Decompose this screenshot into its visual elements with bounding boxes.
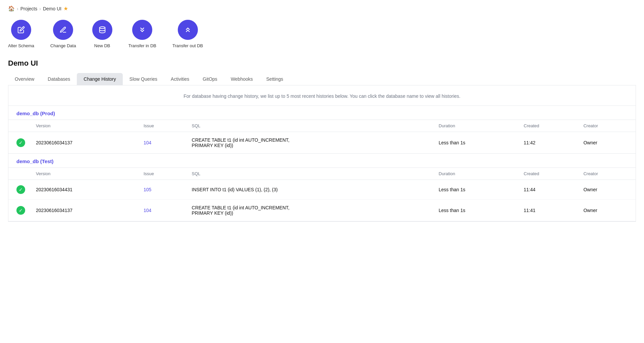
table-col-test-3: SQL <box>186 168 433 180</box>
tab-settings[interactable]: Settings <box>260 73 290 85</box>
version-cell-test-0: 20230616034431 <box>31 180 138 200</box>
issue-link-105[interactable]: 105 <box>144 187 151 192</box>
table-col-test-6: Creator <box>578 168 636 180</box>
table-row: ✓20230616034431105INSERT INTO t1 (id) VA… <box>8 180 636 200</box>
alter-schema-button[interactable]: Alter Schema <box>8 20 34 48</box>
transfer-in-button[interactable]: Transfer in DB <box>128 20 156 48</box>
svg-point-0 <box>99 27 105 29</box>
transfer-out-icon <box>178 20 198 40</box>
success-icon: ✓ <box>16 185 25 194</box>
issue-link-104[interactable]: 104 <box>144 208 151 213</box>
transfer-in-label: Transfer in DB <box>128 43 156 48</box>
table-col-test-5: Created <box>518 168 578 180</box>
success-icon: ✓ <box>16 206 25 215</box>
info-text: For database having change history, we l… <box>8 85 636 106</box>
duration-cell-test-1: Less than 1s <box>433 200 519 221</box>
sql-cell-test-0: INSERT INTO t1 (id) VALUES (1), (2), (3) <box>186 180 433 200</box>
table-col-test-0 <box>8 168 31 180</box>
success-icon: ✓ <box>16 138 25 147</box>
sql-cell-prod-0: CREATE TABLE t1 (id int AUTO_INCREMENT, … <box>186 132 433 154</box>
history-table-prod: VersionIssueSQLDurationCreatedCreator✓20… <box>8 120 636 153</box>
status-cell-prod-0: ✓ <box>8 132 31 154</box>
created-cell-test-0: 11:44 <box>518 180 578 200</box>
table-row: ✓20230616034137104CREATE TABLE t1 (id in… <box>8 132 636 154</box>
created-cell-test-1: 11:41 <box>518 200 578 221</box>
db-sections: demo_db (Prod)VersionIssueSQLDurationCre… <box>8 106 636 221</box>
tabs-bar: OverviewDatabasesChange HistorySlow Quer… <box>8 73 636 85</box>
table-col-prod-3: SQL <box>186 120 433 132</box>
db-name-link-test[interactable]: demo_db (Test) <box>16 158 54 164</box>
duration-cell-prod-0: Less than 1s <box>433 132 519 154</box>
transfer-out-label: Transfer out DB <box>172 43 203 48</box>
issue-link-104[interactable]: 104 <box>144 140 151 145</box>
issue-cell-test-0: 105 <box>138 180 186 200</box>
tab-activities[interactable]: Activities <box>164 73 196 85</box>
version-cell-test-1: 20230616034137 <box>31 200 138 221</box>
table-col-test-4: Duration <box>433 168 519 180</box>
new-db-label: New DB <box>94 43 110 48</box>
breadcrumb: 🏠 › Projects › Demo UI ★ <box>8 5 636 12</box>
db-header-prod: demo_db (Prod) <box>8 106 636 120</box>
table-col-test-1: Version <box>31 168 138 180</box>
issue-cell-test-1: 104 <box>138 200 186 221</box>
tab-webhooks[interactable]: Webhooks <box>224 73 260 85</box>
history-table-test: VersionIssueSQLDurationCreatedCreator✓20… <box>8 167 636 221</box>
table-col-prod-1: Version <box>31 120 138 132</box>
status-cell-test-1: ✓ <box>8 200 31 221</box>
sql-cell-test-1: CREATE TABLE t1 (id int AUTO_INCREMENT, … <box>186 200 433 221</box>
status-cell-test-0: ✓ <box>8 180 31 200</box>
db-header-test: demo_db (Test) <box>8 154 636 167</box>
table-col-prod-2: Issue <box>138 120 186 132</box>
home-icon[interactable]: 🏠 <box>8 5 15 12</box>
table-row: ✓20230616034137104CREATE TABLE t1 (id in… <box>8 200 636 221</box>
table-col-prod-5: Created <box>518 120 578 132</box>
breadcrumb-projects[interactable]: Projects <box>20 6 38 11</box>
db-section-prod: demo_db (Prod)VersionIssueSQLDurationCre… <box>8 106 636 154</box>
change-data-icon <box>53 20 73 40</box>
change-data-button[interactable]: Change Data <box>50 20 76 48</box>
tab-overview[interactable]: Overview <box>8 73 41 85</box>
duration-cell-test-0: Less than 1s <box>433 180 519 200</box>
breadcrumb-sep-1: › <box>17 6 18 11</box>
tab-databases[interactable]: Databases <box>41 73 77 85</box>
tab-slow-queries[interactable]: Slow Queries <box>123 73 164 85</box>
change-data-label: Change Data <box>50 43 76 48</box>
creator-cell-test-1: Owner <box>578 200 636 221</box>
action-buttons-row: Alter Schema Change Data New DB Transfer… <box>8 20 636 48</box>
creator-cell-test-0: Owner <box>578 180 636 200</box>
db-section-test: demo_db (Test)VersionIssueSQLDurationCre… <box>8 154 636 221</box>
db-name-link-prod[interactable]: demo_db (Prod) <box>16 111 55 116</box>
breadcrumb-current: Demo UI <box>43 6 61 11</box>
created-cell-prod-0: 11:42 <box>518 132 578 154</box>
alter-schema-icon <box>11 20 31 40</box>
transfer-out-button[interactable]: Transfer out DB <box>172 20 203 48</box>
table-col-test-2: Issue <box>138 168 186 180</box>
page-title: Demo UI <box>8 59 636 68</box>
new-db-button[interactable]: New DB <box>92 20 112 48</box>
alter-schema-label: Alter Schema <box>8 43 34 48</box>
favorite-star-icon[interactable]: ★ <box>63 5 68 12</box>
creator-cell-prod-0: Owner <box>578 132 636 154</box>
transfer-in-icon <box>132 20 152 40</box>
issue-cell-prod-0: 104 <box>138 132 186 154</box>
version-cell-prod-0: 20230616034137 <box>31 132 138 154</box>
tab-change-history[interactable]: Change History <box>77 73 123 85</box>
tab-gitops[interactable]: GitOps <box>196 73 224 85</box>
table-col-prod-0 <box>8 120 31 132</box>
breadcrumb-sep-2: › <box>39 6 41 11</box>
new-db-icon <box>92 20 112 40</box>
content-area: For database having change history, we l… <box>8 85 636 222</box>
table-col-prod-6: Creator <box>578 120 636 132</box>
page-container: 🏠 › Projects › Demo UI ★ Alter Schema Ch… <box>0 0 644 227</box>
table-col-prod-4: Duration <box>433 120 519 132</box>
